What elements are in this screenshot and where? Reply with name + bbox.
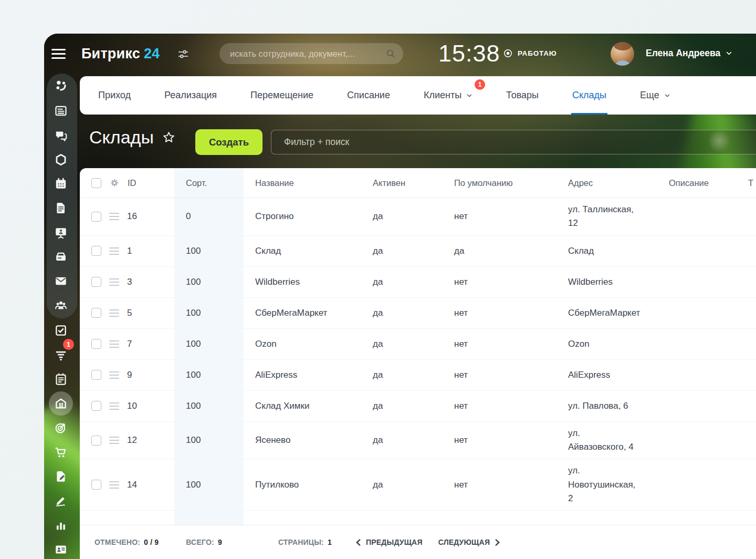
prev-page-button[interactable]: ПРЕДЫДУЩАЯ [355,538,423,546]
drag-handle-icon[interactable] [109,212,120,221]
signature-icon[interactable] [54,494,68,508]
search-icon[interactable] [385,48,396,59]
table-row[interactable]: 9 100 AliExpress да нет AliExpress [80,360,756,391]
cell-name: Ozon [244,339,361,349]
table-row[interactable]: 16 0 Строгино да нет ул. Таллинская, 12 [80,198,756,236]
row-checkbox[interactable] [91,308,101,318]
mail-icon[interactable] [54,274,68,288]
table-row[interactable]: 5 100 СберМегаМаркет да нет СберМегаМарк… [80,298,756,329]
drag-handle-icon[interactable] [109,309,120,317]
analytics-icon[interactable] [54,519,68,532]
cell-id: 7 [127,339,132,349]
warehouse-icon[interactable] [54,397,68,410]
cell-active: да [361,277,443,287]
column-header-description[interactable]: Описание [657,178,737,188]
cell-sort: 100 [174,339,244,349]
column-header-default[interactable]: По умолчанию [443,178,556,188]
drag-handle-icon[interactable] [109,371,120,379]
tab-realizaciya[interactable]: Реализация [164,76,217,115]
table-row[interactable]: 3 100 Wildberries да нет Wildberries [80,267,756,298]
document-edit-icon[interactable] [54,470,68,483]
cell-id: 16 [127,211,137,222]
tab-sklady[interactable]: Склады [572,76,606,115]
tab-peremeshchenie[interactable]: Перемещение [250,76,313,115]
calendar-icon[interactable] [54,177,68,191]
row-checkbox[interactable] [91,339,101,349]
cell-name: Склад Химки [244,401,361,411]
table-row[interactable]: 14 100 Путилково да нет ул. Новотушинска… [80,459,756,511]
target-icon[interactable] [54,421,68,434]
row-checkbox[interactable] [91,212,101,222]
document-icon[interactable] [54,201,68,215]
drag-handle-icon[interactable] [109,402,120,410]
cell-sort: 100 [174,435,244,446]
create-button[interactable]: Создать [195,129,262,155]
row-checkbox[interactable] [91,480,101,490]
tasks-icon[interactable] [54,324,68,337]
select-all-checkbox[interactable] [91,178,101,188]
drag-handle-icon[interactable] [109,436,120,444]
search-input[interactable] [229,48,385,59]
cell-address: ул. Павлова, 6 [556,399,657,413]
hub-icon[interactable] [54,79,68,92]
table-header: ID Сорт. Название Активен По умолчанию А… [80,168,756,198]
table-row[interactable]: 10 100 Склад Химки да нет ул. Павлова, 6 [80,391,756,422]
cell-default: да [443,246,556,256]
drive-icon[interactable] [54,250,68,264]
clock[interactable]: 15:38 [438,40,500,67]
favorite-star-icon[interactable] [162,130,176,144]
next-page-button[interactable]: СЛЕДУЮЩАЯ [438,538,500,546]
status-label: РАБОТАЮ [518,49,556,57]
tab-spisanie[interactable]: Списание [347,76,390,115]
global-search[interactable] [219,43,403,64]
tab-prihod[interactable]: Приход [98,76,131,115]
column-header-t[interactable]: Т [737,178,756,188]
column-header-address[interactable]: Адрес [556,178,657,188]
cell-name: Ясенево [244,435,361,446]
clients-badge: 1 [475,79,485,90]
settings-gear-icon[interactable] [109,178,120,188]
tab-tovary[interactable]: Товары [506,76,539,115]
employees-icon[interactable] [54,298,68,312]
cell-name: Путилково [244,480,361,490]
contact-card-icon[interactable] [54,543,68,556]
user-menu[interactable]: Елена Андреева [646,48,732,59]
filter-search[interactable] [271,130,756,154]
cell-address: ул. Айвазовского, 4 [556,427,657,454]
row-checkbox[interactable] [91,436,101,446]
tab-klienty[interactable]: Клиенты 1 [424,76,472,115]
column-header-id[interactable]: ID [128,178,136,188]
drag-handle-icon[interactable] [109,340,120,348]
cell-sort: 100 [174,277,244,287]
table-row[interactable]: 7 100 Ozon да нет Ozon [80,329,756,360]
presentation-icon[interactable] [54,226,68,240]
tune-icon[interactable] [177,48,189,60]
hexagon-icon[interactable] [54,153,68,167]
filter-input[interactable] [283,136,756,148]
column-header-active[interactable]: Активен [361,178,443,188]
tab-eshche[interactable]: Еще [640,76,670,115]
feed-icon[interactable] [54,104,68,118]
drag-handle-icon[interactable] [109,481,120,489]
work-status-toggle[interactable]: РАБОТАЮ [503,48,556,58]
plan-icon[interactable] [54,372,68,386]
cart-icon[interactable] [54,446,68,459]
sidebar: 1 [44,34,80,559]
cell-id: 12 [127,435,137,446]
column-header-name[interactable]: Название [244,178,361,188]
row-checkbox[interactable] [91,246,101,256]
row-checkbox[interactable] [91,277,101,287]
user-name: Елена Андреева [646,48,720,59]
table-row[interactable]: 1 100 Склад да да Склад [80,236,756,267]
cell-default: нет [443,435,556,446]
drag-handle-icon[interactable] [109,278,120,286]
row-checkbox[interactable] [91,401,101,411]
sales-funnel-icon[interactable] [54,348,68,362]
column-header-sort[interactable]: Сорт. [174,178,244,188]
menu-icon[interactable] [51,49,66,61]
drag-handle-icon[interactable] [109,247,120,255]
table-row[interactable]: 12 100 Ясенево да нет ул. Айвазовского, … [80,422,756,460]
avatar[interactable] [611,42,634,66]
row-checkbox[interactable] [91,370,101,380]
messenger-icon[interactable] [54,129,68,142]
